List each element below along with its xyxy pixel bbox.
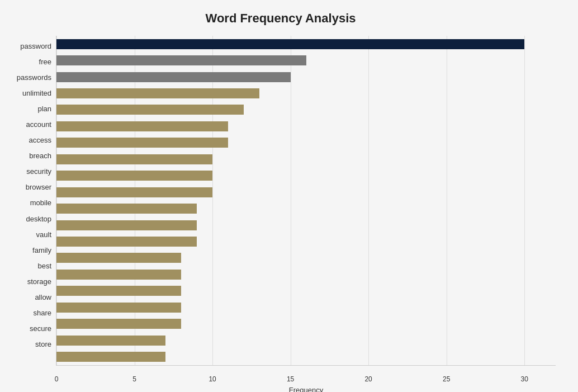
x-axis-label: Frequency <box>289 386 323 392</box>
x-tick-5: 5 <box>132 375 136 383</box>
bar-row <box>56 202 556 215</box>
x-tick-30: 30 <box>521 375 528 383</box>
bar-best <box>56 270 181 280</box>
chart-container: Word Frequency Analysis passwordfreepass… <box>0 0 578 392</box>
bar-share <box>56 319 181 329</box>
y-label: passwords <box>17 74 51 81</box>
bar-family <box>56 253 181 263</box>
bar-row <box>56 54 556 67</box>
y-label: free <box>39 58 51 65</box>
grid-line <box>135 36 135 365</box>
y-label: password <box>20 42 51 50</box>
grid-line <box>56 36 57 365</box>
y-label: mobile <box>30 199 51 206</box>
y-label: share <box>33 309 51 317</box>
bar-mobile <box>56 204 197 214</box>
y-label: best <box>37 262 51 270</box>
bar-allow <box>56 303 181 313</box>
bar-row <box>56 71 556 83</box>
bar-row <box>56 351 556 363</box>
bar-browser <box>56 187 212 197</box>
grid-line <box>368 36 369 365</box>
bar-password <box>56 39 524 49</box>
bar-breach <box>56 154 212 164</box>
bar-row <box>56 318 556 330</box>
bar-plan <box>56 105 244 115</box>
y-label: plan <box>37 105 51 112</box>
chart-title: Word Frequency Analysis <box>6 11 556 26</box>
bar-row <box>56 235 556 248</box>
bar-row <box>56 219 556 232</box>
y-label: store <box>35 341 51 348</box>
bar-free <box>56 55 306 65</box>
bar-row <box>56 38 556 50</box>
bar-row <box>56 103 556 116</box>
bar-account <box>56 121 228 131</box>
grid-line <box>291 36 291 365</box>
grid-line <box>212 36 213 365</box>
chart-area: passwordfreepasswordsunlimitedplanaccoun… <box>6 36 556 366</box>
bar-secure <box>56 336 165 346</box>
x-axis-ticks: 051015202530 <box>56 372 556 383</box>
bar-security <box>56 171 212 181</box>
y-label: security <box>26 168 51 175</box>
y-axis: passwordfreepasswordsunlimitedplanaccoun… <box>6 36 56 366</box>
x-tick-15: 15 <box>287 375 294 383</box>
bar-row <box>56 186 556 199</box>
bar-vault <box>56 237 197 247</box>
bar-row <box>56 120 556 133</box>
bar-unlimited <box>56 88 259 98</box>
bar-row <box>56 87 556 100</box>
bar-passwords <box>56 72 291 82</box>
plot-area: Frequency 051015202530 <box>56 36 556 366</box>
bar-desktop <box>56 220 197 230</box>
y-label: unlimited <box>22 89 51 97</box>
bar-access <box>56 138 228 148</box>
grid-line <box>524 36 525 365</box>
bar-row <box>56 285 556 297</box>
bar-row <box>56 301 556 314</box>
x-tick-25: 25 <box>443 375 450 383</box>
x-tick-20: 20 <box>364 375 372 383</box>
grid-line <box>447 36 447 365</box>
y-label: allow <box>35 294 51 301</box>
y-label: access <box>29 136 51 144</box>
bar-row <box>56 252 556 264</box>
x-tick-10: 10 <box>209 375 216 383</box>
bar-row <box>56 153 556 166</box>
y-label: secure <box>30 325 51 332</box>
bar-row <box>56 136 556 149</box>
y-label: breach <box>29 152 51 159</box>
bar-store <box>56 352 165 362</box>
y-label: storage <box>27 278 51 285</box>
y-label: browser <box>26 183 51 191</box>
bar-row <box>56 268 556 281</box>
y-label: desktop <box>26 215 51 223</box>
y-label: vault <box>36 231 51 238</box>
bar-row <box>56 334 556 347</box>
y-label: account <box>26 121 51 128</box>
bar-row <box>56 169 556 182</box>
y-label: family <box>32 247 51 254</box>
bar-storage <box>56 286 181 296</box>
x-tick-0: 0 <box>55 375 59 383</box>
